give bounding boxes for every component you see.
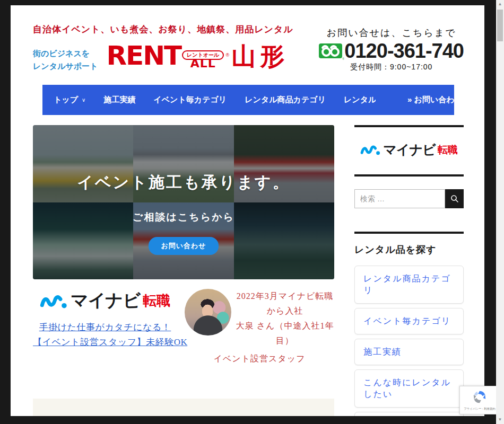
browser-page: 自治体イベント、いも煮会、お祭り、地鎮祭、用品レンタル 街のビジネスを レンタル…: [11, 5, 484, 416]
sidebar-divider: [354, 232, 464, 234]
sidebar-item-customer-industry[interactable]: お客様の業種別: [354, 412, 464, 416]
sidebar-item-works[interactable]: 施工実績: [354, 339, 464, 365]
nav-item-works-label: 施工実績: [103, 95, 135, 105]
nav-item-rental-flow-label: レンタルの流れ: [344, 95, 376, 105]
scrollbar-track[interactable]: ▲ ▼: [496, 0, 504, 424]
registered-mark: ®: [226, 52, 230, 58]
sidebar-item-event-category[interactable]: イベント毎カテゴリ: [354, 308, 464, 334]
brand-slogan-line1: 街のビジネスを: [33, 49, 90, 58]
brand-slogan-line2: レンタルサポート: [33, 61, 98, 70]
nav-item-event-category[interactable]: イベント毎カテゴリ: [144, 95, 236, 105]
nav-item-contact-label: » お問い合わせ: [407, 95, 454, 105]
nav-item-product-category-label: レンタル商品カテゴリ: [245, 95, 326, 105]
nav-item-top-label: トップ: [54, 95, 78, 105]
nav-item-top[interactable]: トップ ∨: [45, 95, 94, 105]
mynavi-service-text: 転職: [143, 292, 170, 310]
business-hours: 受付時間：9:00~17:00: [319, 63, 464, 72]
mynavi-banner-widget[interactable]: マイナビ 転職: [354, 125, 464, 176]
nav-item-contact[interactable]: » お問い合わせ: [398, 95, 454, 105]
staff-text: 2022年3月マイナビ転職から入社 大泉 さん（中途入社1年目）: [236, 289, 334, 348]
phone-row: ® 0120-361-740: [319, 40, 464, 61]
mynavi-brand-text: マイナビ: [71, 289, 140, 313]
scroll-down-button[interactable]: ▼: [496, 416, 504, 424]
scrollbar-thumb[interactable]: [497, 10, 503, 41]
hero-title: イベント施工も承ります。: [77, 172, 290, 193]
staff-joined-text: 2022年3月マイナビ転職から入社: [237, 292, 334, 315]
recruit-right: 2022年3月マイナビ転職から入社 大泉 さん（中途入社1年目） イベント設営ス…: [185, 289, 334, 365]
mynavi-service-text: 転職: [438, 143, 458, 157]
brand-row: 街のビジネスを レンタルサポート RENT レントオール ® ALL 山形: [33, 42, 293, 73]
logo-all-text: ALL: [190, 58, 216, 69]
mynavi-wave-icon: [360, 143, 380, 156]
content-placeholder-box: [33, 399, 334, 416]
nav-item-event-category-label: イベント毎カテゴリ: [153, 95, 227, 105]
mynavi-brand-text: マイナビ: [383, 141, 435, 158]
scroll-up-button[interactable]: ▲: [496, 0, 504, 8]
main-content: イベント施工も承ります。 ご相談はこちらから お問い合わせ マイナビ: [33, 125, 334, 416]
hero-banner[interactable]: イベント施工も承ります。 ご相談はこちらから お問い合わせ: [33, 125, 334, 279]
contact-label: お問い合せは、こちらまで: [319, 26, 464, 39]
nav-item-works[interactable]: 施工実績: [94, 95, 144, 105]
site-header: 自治体イベント、いも煮会、お祭り、地鎮祭、用品レンタル 街のビジネスを レンタル…: [33, 5, 464, 80]
recruit-link-position[interactable]: 【イベント設営スタッフ】未経験OK: [33, 335, 177, 350]
logo-region-text: 山形: [231, 43, 289, 69]
logo-rent-text: RENT: [106, 42, 181, 69]
recaptcha-privacy-text[interactable]: プライバシー - 利用規約: [464, 407, 495, 411]
recruit-link-catch[interactable]: 手掛けた仕事がカタチになる！: [33, 320, 177, 335]
main-nav: トップ ∨ 施工実績 イベント毎カテゴリ レンタル商品カテゴリ レンタルの流れ …: [42, 85, 454, 115]
brand-slogan: 街のビジネスを レンタルサポート: [33, 42, 98, 73]
site-tagline: 自治体イベント、いも煮会、お祭り、地鎮祭、用品レンタル: [33, 23, 293, 36]
logo-all-stack: レントオール ® ALL: [182, 50, 224, 69]
site-logo[interactable]: RENT レントオール ® ALL 山形: [106, 42, 289, 69]
phone-number: 0120-361-740: [344, 40, 464, 61]
search-input[interactable]: [354, 189, 445, 208]
mynavi-logo-large[interactable]: マイナビ 転職: [33, 289, 177, 313]
recaptcha-icon: [472, 389, 488, 405]
hero-contact-button[interactable]: お問い合わせ: [149, 237, 218, 255]
sidebar-item-rental-occasion[interactable]: こんな時にレンタルしたい: [354, 369, 464, 408]
header-contact-block: お問い合せは、こちらまで ® 0120-361-740 受付時間：9:00~17…: [319, 5, 464, 80]
staff-role-text: イベント設営スタッフ: [185, 354, 334, 365]
chevron-down-icon: ∨: [82, 97, 85, 103]
staff-avatar: [185, 289, 231, 335]
nav-item-product-category[interactable]: レンタル商品カテゴリ: [236, 95, 335, 105]
staff-name-text: 大泉 さん（中途入社1年目）: [236, 321, 334, 345]
freedial-icon: ®: [319, 42, 344, 60]
nav-item-rental-flow[interactable]: レンタルの流れ: [335, 95, 385, 105]
mynavi-wave-icon: [40, 292, 67, 310]
recruit-section: マイナビ 転職 手掛けた仕事がカタチになる！ 【イベント設営スタッフ】未経験OK: [33, 289, 334, 365]
search-button[interactable]: [445, 189, 464, 208]
sidebar: マイナビ 転職 レンタル品を探す レンタル商品カテゴリ: [354, 125, 464, 416]
sidebar-card-list: レンタル商品カテゴリ イベント毎カテゴリ 施工実績 こんな時にレンタルしたい お…: [354, 266, 464, 416]
search-widget: [354, 189, 464, 208]
sidebar-item-product-category[interactable]: レンタル商品カテゴリ: [354, 266, 464, 304]
hero-subtitle: ご相談はこちらから: [133, 210, 234, 224]
recaptcha-badge[interactable]: プライバシー - 利用規約: [459, 386, 500, 414]
sidebar-heading: レンタル品を探す: [354, 243, 464, 256]
search-icon: [450, 195, 459, 203]
recruit-left: マイナビ 転職 手掛けた仕事がカタチになる！ 【イベント設営スタッフ】未経験OK: [33, 289, 177, 365]
header-left: 自治体イベント、いも煮会、お祭り、地鎮祭、用品レンタル 街のビジネスを レンタル…: [33, 5, 293, 80]
